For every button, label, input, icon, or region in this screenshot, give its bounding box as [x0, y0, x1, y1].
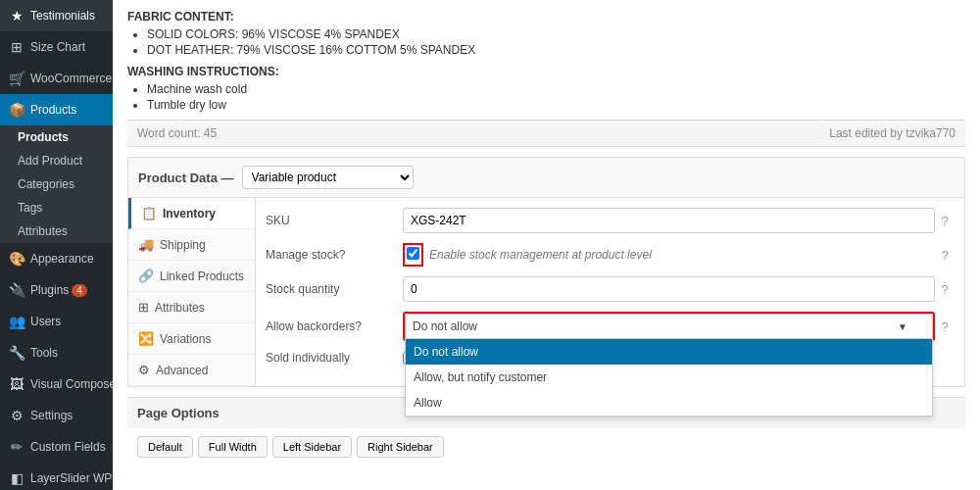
inventory-icon: 📋 [141, 206, 157, 220]
page-option-right-sidebar[interactable]: Right Sidebar [357, 436, 444, 458]
sidebar-item-woocommerce[interactable]: 🛒 WooCommerce [0, 63, 113, 94]
backorders-dropdown-list: Do not allow Allow, but notify customer … [405, 339, 933, 416]
tab-inventory[interactable]: 📋 Inventory [128, 198, 255, 229]
plugins-icon: 🔌 [8, 281, 25, 299]
products-icon: 📦 [8, 101, 25, 119]
sidebar-item-label: WooCommerce [30, 72, 112, 85]
word-count: Word count: 45 [137, 126, 217, 140]
tab-attributes[interactable]: ⊞ Attributes [128, 292, 255, 323]
woocommerce-icon: 🛒 [8, 70, 25, 87]
fabric-item-1: SOLID COLORS: 96% VISCOSE 4% SPANDEX [147, 27, 965, 41]
sidebar-item-settings[interactable]: ⚙ Settings [0, 400, 113, 431]
tab-advanced[interactable]: ⚙ Advanced [128, 355, 255, 386]
tab-shipping[interactable]: 🚚 Shipping [128, 229, 255, 261]
tab-label: Attributes [155, 301, 205, 315]
washing-section: WASHING INSTRUCTIONS: Machine wash cold … [127, 65, 965, 112]
allow-backorders-help[interactable]: ? [935, 319, 955, 334]
page-options-row: Default Full Width Left Sidebar Right Si… [127, 428, 965, 466]
allow-backorders-control: Do not allow ▼ Do not allow Allow, but n… [403, 312, 935, 341]
plugins-badge: 4 [72, 284, 87, 297]
attributes-icon: ⊞ [138, 300, 149, 315]
sidebar-item-layerslider[interactable]: ◧ LayerSlider WP [0, 463, 113, 490]
fabric-item-2: DOT HEATHER: 79% VISCOSE 16% COTTOM 5% S… [147, 43, 965, 57]
product-type-select[interactable]: Variable product Simple product Grouped … [242, 166, 414, 189]
sidebar-item-label: Tools [30, 346, 58, 360]
product-data-header: Product Data — Variable product Simple p… [127, 157, 965, 197]
sidebar-item-tools[interactable]: 🔧 Tools [0, 337, 113, 368]
testimonials-icon: ★ [8, 7, 25, 24]
submenu-label: Add Product [18, 154, 82, 168]
product-data-body: 📋 Inventory 🚚 Shipping 🔗 Linked Products… [127, 197, 965, 387]
washing-item-2: Tumble dry low [147, 98, 965, 112]
sidebar-item-label: Testimonials [30, 9, 95, 23]
sidebar-item-custom-fields[interactable]: ✏ Custom Fields [0, 431, 113, 463]
sidebar-item-label: LayerSlider WP [30, 471, 112, 485]
backorders-option-1[interactable]: Do not allow [406, 339, 932, 365]
submenu-label: Tags [18, 201, 42, 215]
manage-stock-help[interactable]: ? [935, 248, 955, 263]
page-option-left-sidebar[interactable]: Left Sidebar [272, 436, 352, 458]
sidebar-item-appearance[interactable]: 🎨 Appearance [0, 243, 113, 274]
inventory-content: SKU ? Manage stock? Enable stock [256, 198, 964, 386]
page-option-full-width[interactable]: Full Width [198, 436, 268, 458]
word-count-bar: Word count: 45 Last edited by tzvika770 [127, 120, 965, 147]
stock-quantity-help[interactable]: ? [935, 282, 955, 297]
sidebar-item-visual-composer[interactable]: 🖼 Visual Composer [0, 368, 113, 400]
sidebar-item-plugins[interactable]: 🔌 Plugins 4 [0, 274, 113, 306]
sidebar-item-label: Visual Composer [30, 377, 113, 391]
submenu-item-add-product[interactable]: Add Product [0, 149, 113, 172]
manage-stock-control: Enable stock management at product level [403, 243, 935, 267]
allow-backorders-row: Allow backorders? Do not allow ▼ Do not … [266, 312, 955, 341]
submenu-item-attributes[interactable]: Attributes [0, 220, 113, 243]
sidebar-item-users[interactable]: 👥 Users [0, 306, 113, 337]
selected-option: Do not allow [413, 319, 477, 333]
stock-quantity-input[interactable] [403, 276, 935, 302]
tab-linked-products[interactable]: 🔗 Linked Products [128, 261, 255, 292]
allow-backorders-dropdown[interactable]: Do not allow ▼ Do not allow Allow, but n… [403, 312, 935, 341]
submenu-label: Attributes [18, 224, 68, 238]
sold-individually-label: Sold individually [266, 351, 403, 365]
sidebar-item-label: Size Chart [30, 40, 85, 54]
sidebar-item-label: Plugins [30, 283, 69, 297]
sku-control [403, 208, 935, 233]
sidebar-item-size-chart[interactable]: ⊞ Size Chart [0, 31, 113, 63]
washing-heading: WASHING INSTRUCTIONS: [127, 65, 965, 78]
stock-quantity-control [403, 276, 935, 302]
tab-label: Inventory [163, 207, 216, 220]
sku-input[interactable] [403, 208, 935, 233]
page-option-default[interactable]: Default [137, 436, 193, 458]
submenu-item-products[interactable]: Products [0, 125, 113, 149]
content-area: FABRIC CONTENT: SOLID COLORS: 96% VISCOS… [113, 0, 980, 475]
linked-products-icon: 🔗 [138, 269, 154, 283]
submenu-label: Products [18, 130, 69, 144]
sidebar-item-label: Products [30, 103, 76, 117]
allow-backorders-display[interactable]: Do not allow ▼ [405, 314, 933, 339]
sidebar-item-testimonials[interactable]: ★ Testimonials [0, 0, 113, 31]
stock-quantity-row: Stock quantity ? [266, 276, 955, 302]
manage-stock-checkbox[interactable] [407, 247, 419, 260]
sku-help[interactable]: ? [935, 214, 955, 228]
custom-fields-icon: ✏ [8, 438, 25, 456]
advanced-icon: ⚙ [138, 363, 150, 377]
manage-stock-label: Manage stock? [266, 248, 403, 262]
tab-variations[interactable]: 🔀 Variations [128, 323, 255, 355]
sidebar-item-label: Settings [30, 409, 73, 422]
backorders-option-3[interactable]: Allow [406, 390, 932, 416]
appearance-icon: 🎨 [8, 250, 25, 268]
allow-backorders-label: Allow backorders? [266, 319, 403, 333]
backorders-option-2[interactable]: Allow, but notify customer [406, 365, 932, 390]
sidebar-item-label: Appearance [30, 252, 94, 266]
sidebar: ★ Testimonials ⊞ Size Chart 🛒 WooCommerc… [0, 0, 113, 490]
washing-item-1: Machine wash cold [147, 82, 965, 96]
tab-label: Linked Products [160, 270, 244, 283]
tools-icon: 🔧 [8, 344, 25, 362]
submenu-label: Categories [18, 177, 74, 191]
product-data-heading: Product Data — [138, 171, 234, 185]
tab-label: Advanced [156, 364, 208, 377]
submenu-item-categories[interactable]: Categories [0, 172, 113, 196]
layerslider-icon: ◧ [8, 469, 25, 487]
settings-icon: ⚙ [8, 407, 25, 424]
product-data-tabs: 📋 Inventory 🚚 Shipping 🔗 Linked Products… [128, 198, 256, 386]
sidebar-item-products[interactable]: 📦 Products [0, 94, 113, 125]
submenu-item-tags[interactable]: Tags [0, 196, 113, 220]
